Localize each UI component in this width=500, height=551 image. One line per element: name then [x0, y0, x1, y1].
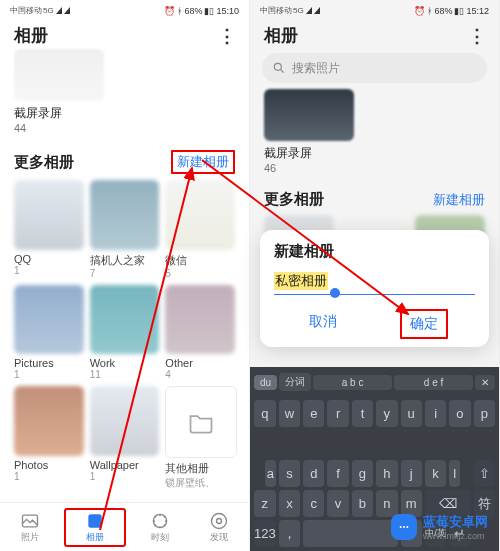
search-placeholder: 搜索照片	[292, 60, 340, 77]
more-menu-button[interactable]: ⋮	[218, 25, 235, 47]
bottom-nav: 照片 相册 时刻 发现	[0, 502, 249, 551]
battery-icon: ▮▯	[454, 6, 464, 16]
svg-point-12	[406, 526, 408, 528]
album-item[interactable]: QQ1	[14, 180, 84, 279]
search-input[interactable]: 搜索照片	[262, 53, 487, 83]
key-t[interactable]: t	[352, 400, 373, 427]
key-q[interactable]: q	[254, 400, 276, 427]
folder-icon	[165, 386, 237, 458]
new-album-button[interactable]: 新建相册	[171, 150, 235, 174]
watermark: 蓝莓安卓网 www.lmkjz.com	[387, 511, 492, 543]
key-y[interactable]: y	[376, 400, 397, 427]
key-k[interactable]: k	[425, 460, 446, 487]
key-f[interactable]: f	[327, 460, 348, 487]
album-thumbnail	[165, 285, 235, 355]
key-comma[interactable]: ，	[279, 520, 300, 547]
signal-icon	[314, 7, 320, 14]
album-name-input[interactable]: 私密相册	[274, 269, 475, 295]
signal-icon	[56, 7, 62, 14]
tab-discover[interactable]: 发现	[194, 511, 244, 544]
section-title: 更多相册	[264, 190, 324, 209]
key-w[interactable]: w	[279, 400, 300, 427]
kbd-candidate[interactable]: a b c	[313, 375, 392, 390]
key-space[interactable]	[303, 520, 397, 547]
album-name: 截屏录屏	[264, 145, 485, 162]
key-l[interactable]: l	[449, 460, 460, 487]
new-album-dialog: 新建相册 私密相册 取消 确定	[260, 230, 489, 347]
svg-point-4	[217, 518, 222, 523]
recent-album[interactable]: 截屏录屏 44	[0, 49, 249, 140]
key-u[interactable]: u	[401, 400, 422, 427]
tab-moments[interactable]: 时刻	[135, 511, 185, 544]
key-shift[interactable]: ⇧	[474, 460, 495, 487]
svg-rect-1	[88, 514, 101, 527]
key-a[interactable]: a	[265, 460, 276, 487]
album-item-other[interactable]: 其他相册 锁屏壁纸、	[165, 386, 235, 490]
album-item[interactable]: Wallpaper1	[90, 386, 160, 490]
key-numbers[interactable]: 123	[254, 520, 276, 547]
kbd-candidate[interactable]: d e f	[394, 375, 473, 390]
more-menu-button[interactable]: ⋮	[468, 25, 485, 47]
key-g[interactable]: g	[352, 460, 373, 487]
new-album-button[interactable]: 新建相册	[433, 191, 485, 209]
ok-button[interactable]: 确定	[400, 309, 448, 339]
album-item[interactable]: Photos1	[14, 386, 84, 490]
phone-right: 中国移动 5G ⏰ ᚼ 68% ▮▯ 15:12 相册 ⋮ 搜索照片	[250, 0, 500, 551]
carrier-label: 中国移动	[260, 5, 292, 16]
album-item[interactable]: Pictures1	[14, 285, 84, 381]
network-label: 5G	[293, 6, 304, 15]
svg-point-5	[274, 63, 281, 70]
network-label: 5G	[43, 6, 54, 15]
alarm-icon: ⏰	[414, 6, 425, 16]
album-item[interactable]: Other4	[165, 285, 235, 381]
album-item[interactable]: 微信5	[165, 180, 235, 279]
key-h[interactable]: h	[376, 460, 397, 487]
key-d[interactable]: d	[303, 460, 324, 487]
kbd-tool-segment[interactable]: 分词	[279, 373, 311, 391]
recent-album[interactable]: 截屏录屏 46	[250, 89, 499, 180]
kbd-close-icon[interactable]: ✕	[475, 375, 495, 390]
key-p[interactable]: p	[474, 400, 495, 427]
key-z[interactable]: z	[254, 490, 276, 517]
section-header: 更多相册 新建相册	[0, 140, 249, 180]
album-thumbnail	[90, 180, 160, 250]
album-thumbnail	[14, 49, 104, 101]
album-name: 截屏录屏	[14, 105, 235, 122]
keyboard-toolbar: du 分词 a b c d e f ✕	[250, 367, 499, 397]
key-e[interactable]: e	[303, 400, 324, 427]
battery-pct: 68%	[184, 6, 202, 16]
album-thumbnail	[90, 285, 160, 355]
phone-left: 中国移动 5G ⏰ ᚼ 68% ▮▯ 15:10 相册 ⋮ 截屏录屏 44 更多…	[0, 0, 250, 551]
key-j[interactable]: j	[401, 460, 422, 487]
key-i[interactable]: i	[425, 400, 446, 427]
album-count: 44	[14, 122, 235, 134]
status-bar: 中国移动 5G ⏰ ᚼ 68% ▮▯ 15:12	[250, 0, 499, 18]
album-thumbnail	[264, 89, 354, 141]
battery-pct: 68%	[434, 6, 452, 16]
album-item[interactable]: 搞机人之家7	[90, 180, 160, 279]
key-v[interactable]: v	[327, 490, 348, 517]
key-r[interactable]: r	[327, 400, 348, 427]
watermark-icon	[391, 514, 417, 540]
key-b[interactable]: b	[352, 490, 373, 517]
key-x[interactable]: x	[279, 490, 300, 517]
album-item[interactable]: Work11	[90, 285, 160, 381]
tab-albums[interactable]: 相册	[64, 508, 126, 547]
svg-point-3	[212, 513, 227, 528]
section-header: 更多相册 新建相册	[250, 180, 499, 215]
svg-point-11	[403, 526, 405, 528]
battery-icon: ▮▯	[204, 6, 214, 16]
alarm-icon: ⏰	[164, 6, 175, 16]
album-thumbnail	[14, 180, 84, 250]
albums-grid: QQ1 搞机人之家7 微信5 Pictures1 Work11 Other4 P…	[0, 180, 249, 490]
key-o[interactable]: o	[449, 400, 470, 427]
tutorial-screenshot: 中国移动 5G ⏰ ᚼ 68% ▮▯ 15:10 相册 ⋮ 截屏录屏 44 更多…	[0, 0, 500, 551]
tab-photos[interactable]: 照片	[5, 511, 55, 544]
text-cursor-handle[interactable]	[330, 288, 340, 298]
key-c[interactable]: c	[303, 490, 324, 517]
cancel-button[interactable]: 取消	[301, 309, 345, 339]
carrier-label: 中国移动	[10, 5, 42, 16]
clock: 15:12	[466, 6, 489, 16]
key-s[interactable]: s	[279, 460, 300, 487]
svg-point-10	[400, 526, 402, 528]
